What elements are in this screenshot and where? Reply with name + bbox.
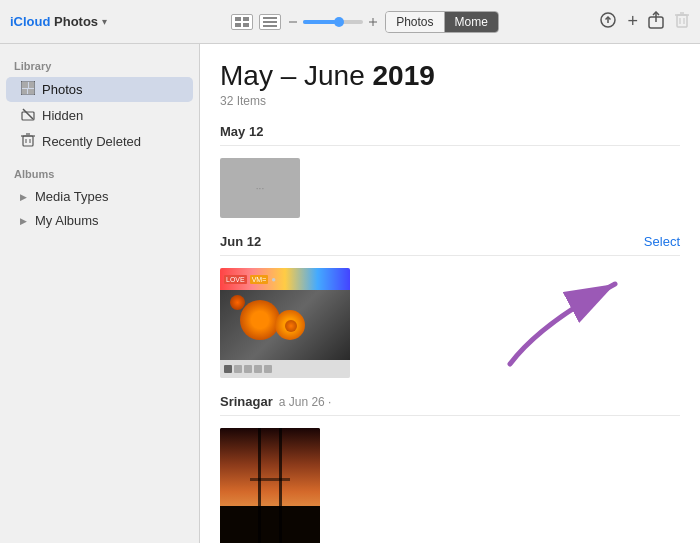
sidebar-item-my-albums[interactable]: ▶ My Albums — [6, 209, 193, 232]
srinagar-section: Srinagar a Jun 26 · — [220, 394, 680, 543]
jun12-collage-thumb[interactable]: LOVE VM= ● — [220, 268, 350, 378]
svg-line-22 — [23, 109, 33, 119]
sidebar-item-hidden[interactable]: Hidden — [6, 103, 193, 128]
my-albums-label: My Albums — [35, 213, 99, 228]
grid-view-button[interactable] — [231, 14, 253, 30]
tab-moments[interactable]: Mome — [445, 12, 498, 32]
svg-rect-1 — [243, 17, 249, 21]
month-label: May – June — [220, 60, 365, 91]
svg-rect-7 — [289, 21, 297, 22]
recently-deleted-icon — [20, 133, 36, 150]
tab-photos[interactable]: Photos — [386, 12, 444, 32]
svg-rect-6 — [263, 25, 277, 27]
frame-right — [279, 428, 282, 543]
collage-top-bar: LOVE VM= ● — [220, 268, 350, 290]
svg-rect-20 — [22, 89, 27, 94]
trash-icon[interactable] — [674, 11, 690, 33]
photos-label: Photos — [42, 82, 82, 97]
collage-main-image — [220, 290, 350, 360]
chevron-down-icon[interactable]: ▾ — [102, 16, 107, 27]
frame-left — [258, 428, 261, 543]
hidden-label: Hidden — [42, 108, 83, 123]
strip-dot-1 — [224, 365, 232, 373]
strip-dot-2 — [234, 365, 242, 373]
petal-1 — [230, 295, 245, 310]
srinagar-meta: a Jun 26 · — [279, 395, 332, 409]
share-icon[interactable] — [648, 11, 664, 33]
strip-dot-4 — [254, 365, 262, 373]
recently-deleted-label: Recently Deleted — [42, 134, 141, 149]
may12-section: May 12 ··· — [220, 124, 680, 222]
photos-label: Photos — [50, 14, 98, 29]
toolbar-left: iCloud Photos ▾ — [10, 14, 140, 29]
sidebar: Library Photos Hidden Recently Deleted A… — [0, 44, 200, 543]
petal-2 — [285, 320, 297, 332]
svg-rect-21 — [28, 89, 34, 94]
svg-rect-0 — [235, 17, 241, 21]
srinagar-photo-thumb[interactable] — [220, 428, 320, 543]
zoom-out-icon — [287, 16, 299, 28]
zoom-slider[interactable] — [287, 16, 379, 28]
collage-label-vm: VM= — [250, 275, 269, 284]
jun12-date-label: Jun 12 — [220, 234, 261, 249]
toolbar: iCloud Photos ▾ — [0, 0, 700, 44]
upload-icon[interactable] — [599, 11, 617, 33]
strip-dot-3 — [244, 365, 252, 373]
strip-dot-5 — [264, 365, 272, 373]
srinagar-inner — [220, 428, 320, 543]
icloud-label: iCloud — [10, 14, 50, 29]
srinagar-header: Srinagar a Jun 26 · — [220, 394, 680, 416]
jun12-photos-row: LOVE VM= ● — [220, 264, 680, 382]
list-view-button[interactable] — [259, 14, 281, 30]
may12-photos-row: ··· — [220, 154, 680, 222]
hidden-icon — [20, 107, 36, 124]
toolbar-center: Photos Mome — [148, 11, 582, 33]
library-section-label: Library — [0, 54, 199, 76]
content-title: May – June 2019 32 Items — [220, 60, 680, 108]
page-heading: May – June 2019 — [220, 60, 680, 92]
list-icon — [263, 17, 277, 27]
jun12-header: Jun 12 Select — [220, 234, 680, 256]
media-types-label: Media Types — [35, 189, 108, 204]
svg-rect-19 — [29, 82, 34, 88]
sidebar-item-photos[interactable]: Photos — [6, 77, 193, 102]
flower-background — [220, 290, 350, 360]
svg-rect-9 — [373, 18, 374, 26]
srinagar-photos-row — [220, 424, 680, 543]
flower-orange-1 — [240, 300, 280, 340]
may12-photo-gray: ··· — [220, 158, 300, 218]
collage-dot: ● — [271, 275, 276, 284]
app-title: iCloud Photos — [10, 14, 98, 29]
content-area: May – June 2019 32 Items May 12 ··· Jun … — [200, 44, 700, 543]
zoom-in-icon — [367, 16, 379, 28]
albums-section-label: Albums — [0, 162, 199, 184]
tree-silhouette — [266, 508, 274, 543]
expand-icon-my-albums: ▶ — [20, 216, 27, 226]
view-tab-group: Photos Mome — [385, 11, 499, 33]
srinagar-date-label: Srinagar — [220, 394, 273, 409]
toolbar-right: + — [590, 11, 690, 33]
select-button[interactable]: Select — [644, 234, 680, 249]
svg-rect-12 — [677, 15, 687, 27]
add-icon[interactable]: + — [627, 11, 638, 32]
photos-icon — [20, 81, 36, 98]
sidebar-item-media-types[interactable]: ▶ Media Types — [6, 185, 193, 208]
year-label: 2019 — [365, 60, 435, 91]
expand-icon-media-types: ▶ — [20, 192, 27, 202]
svg-rect-4 — [263, 17, 277, 19]
svg-rect-24 — [23, 136, 33, 146]
svg-rect-5 — [263, 21, 277, 23]
may12-date-label: May 12 — [220, 124, 680, 146]
svg-rect-3 — [243, 23, 249, 27]
slider-track[interactable] — [303, 20, 363, 24]
svg-rect-18 — [22, 82, 28, 88]
item-count: 32 Items — [220, 94, 680, 108]
may12-photo-thumb[interactable]: ··· — [220, 158, 300, 218]
main-container: Library Photos Hidden Recently Deleted A… — [0, 44, 700, 543]
frame-mid — [250, 478, 290, 481]
slider-thumb — [334, 17, 344, 27]
slider-fill — [303, 20, 336, 24]
collage-bottom-strip — [220, 360, 350, 378]
jun12-section: Jun 12 Select LOVE VM= ● — [220, 234, 680, 382]
sidebar-item-recently-deleted[interactable]: Recently Deleted — [6, 129, 193, 154]
